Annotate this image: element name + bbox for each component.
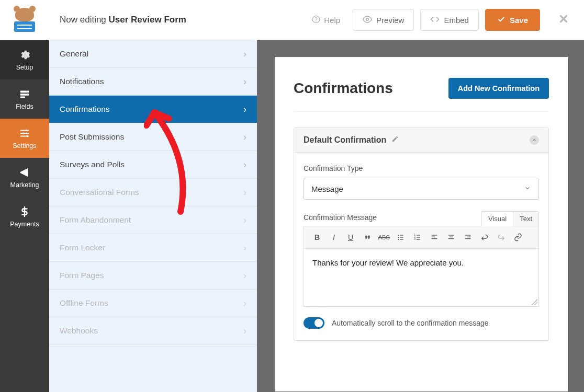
submenu-offline-forms[interactable]: Offline Forms›	[49, 290, 257, 317]
check-icon	[497, 15, 506, 25]
bullet-list-button[interactable]	[394, 230, 408, 244]
chevron-right-icon: ›	[243, 187, 246, 198]
rail-settings[interactable]: Settings	[0, 119, 49, 158]
wpforms-logo[interactable]	[0, 0, 49, 40]
auto-scroll-toggle[interactable]	[304, 317, 324, 329]
bold-button[interactable]: B	[310, 230, 324, 244]
undo-button[interactable]	[478, 230, 491, 244]
help-link[interactable]: Help	[312, 15, 340, 25]
svg-rect-25	[450, 237, 453, 237]
confirmation-type-label: Confirmation Type	[304, 164, 539, 172]
svg-rect-22	[432, 237, 435, 237]
message-editor: B I U ABC 123	[304, 226, 539, 307]
list-icon	[19, 88, 30, 100]
svg-text:3: 3	[414, 238, 415, 240]
embed-button[interactable]: Embed	[420, 9, 479, 31]
eye-icon	[363, 15, 372, 26]
message-textarea[interactable]: Thanks for your review! We appreciate yo…	[304, 249, 538, 306]
save-button[interactable]: Save	[485, 9, 540, 31]
submenu-confirmations[interactable]: Confirmations›	[49, 96, 257, 123]
svg-rect-12	[400, 237, 403, 237]
rail-fields[interactable]: Fields	[0, 79, 49, 119]
left-rail: Setup Fields Settings Marketing Payments	[0, 40, 49, 392]
svg-rect-21	[432, 235, 437, 235]
svg-rect-10	[400, 235, 403, 235]
rail-marketing[interactable]: Marketing	[0, 158, 49, 197]
chevron-right-icon: ›	[243, 326, 246, 337]
settings-submenu: General› Notifications› Confirmations› P…	[49, 40, 257, 392]
svg-rect-26	[448, 238, 454, 239]
submenu-post-submissions[interactable]: Post Submissions›	[49, 123, 257, 151]
editor-tab-text[interactable]: Text	[513, 211, 539, 226]
dollar-icon	[19, 206, 30, 217]
chevron-right-icon: ›	[243, 76, 246, 87]
svg-rect-14	[400, 239, 403, 239]
link-button[interactable]	[511, 230, 525, 244]
resize-handle[interactable]	[531, 299, 537, 305]
form-name: User Review Form	[109, 15, 186, 25]
submenu-webhooks[interactable]: Webhooks›	[49, 317, 257, 345]
gear-icon	[19, 49, 30, 61]
submenu-conversational-forms[interactable]: Conversational Forms›	[49, 179, 257, 206]
submenu-form-pages[interactable]: Form Pages›	[49, 262, 257, 290]
redo-button[interactable]	[495, 230, 508, 244]
editor-toolbar: B I U ABC 123	[304, 226, 538, 249]
align-left-button[interactable]	[428, 230, 441, 244]
pencil-icon[interactable]	[391, 135, 399, 145]
svg-point-6	[26, 129, 28, 131]
chevron-right-icon: ›	[243, 270, 246, 281]
chevron-right-icon: ›	[243, 132, 246, 143]
submenu-surveys[interactable]: Surveys and Polls›	[49, 151, 257, 179]
code-icon	[430, 15, 440, 26]
submenu-form-locker[interactable]: Form Locker›	[49, 234, 257, 262]
svg-point-13	[398, 239, 399, 240]
align-center-button[interactable]	[444, 230, 458, 244]
divider	[294, 111, 549, 112]
confirmation-card: Default Confirmation Confirmation Type M…	[294, 128, 549, 341]
collapse-icon[interactable]	[530, 135, 539, 145]
editor-tab-visual[interactable]: Visual	[481, 211, 513, 226]
align-right-button[interactable]	[461, 230, 475, 244]
svg-point-8	[27, 135, 29, 137]
strikethrough-button[interactable]: ABC	[377, 230, 391, 244]
submenu-general[interactable]: General›	[49, 40, 257, 68]
numbered-list-button[interactable]: 123	[411, 230, 424, 244]
svg-rect-23	[432, 238, 437, 239]
svg-rect-29	[465, 238, 471, 239]
confirmation-message-label: Confirmation Message	[304, 213, 377, 222]
svg-rect-28	[467, 237, 471, 237]
italic-button[interactable]: I	[327, 230, 341, 244]
rail-payments[interactable]: Payments	[0, 197, 49, 236]
close-button[interactable]	[558, 13, 569, 27]
preview-button[interactable]: Preview	[353, 9, 414, 31]
card-title-text: Default Confirmation	[304, 135, 386, 145]
svg-point-9	[398, 235, 399, 236]
svg-point-1	[316, 21, 317, 21]
top-bar: Now editing User Review Form Help Previe…	[0, 0, 584, 40]
chevron-right-icon: ›	[243, 298, 246, 309]
blockquote-button[interactable]	[361, 230, 374, 244]
chevron-right-icon: ›	[243, 243, 246, 253]
chevron-right-icon: ›	[243, 159, 246, 170]
svg-rect-20	[417, 239, 420, 239]
svg-rect-4	[20, 94, 29, 96]
submenu-notifications[interactable]: Notifications›	[49, 68, 257, 96]
confirmation-type-select[interactable]: Message	[304, 178, 539, 200]
panel-title: Confirmations	[294, 80, 393, 97]
question-circle-icon	[312, 15, 320, 25]
chevron-right-icon: ›	[243, 49, 246, 60]
rail-setup[interactable]: Setup	[0, 40, 49, 79]
svg-rect-3	[20, 90, 29, 93]
confirmations-panel: Confirmations Add New Confirmation Defau…	[275, 57, 568, 391]
svg-point-7	[23, 132, 25, 134]
chevron-right-icon: ›	[243, 215, 246, 226]
svg-rect-5	[20, 96, 25, 98]
add-confirmation-button[interactable]: Add New Confirmation	[448, 78, 549, 99]
svg-rect-24	[448, 235, 454, 235]
card-header[interactable]: Default Confirmation	[294, 128, 548, 153]
chevron-right-icon: ›	[243, 104, 246, 115]
underline-button[interactable]: U	[344, 230, 357, 244]
now-editing-label: Now editing User Review Form	[60, 15, 186, 25]
submenu-form-abandonment[interactable]: Form Abandonment›	[49, 206, 257, 234]
main-area: Confirmations Add New Confirmation Defau…	[257, 40, 584, 392]
